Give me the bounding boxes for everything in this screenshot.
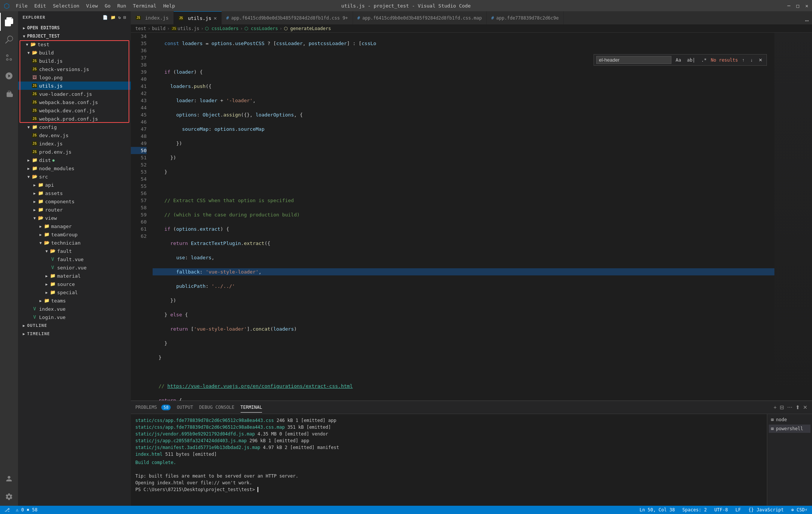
terminal-node-item[interactable]: ⊞ node <box>769 416 810 424</box>
terminal-tab-problems[interactable]: PROBLEMS 58 <box>135 402 171 412</box>
activity-account-icon[interactable] <box>0 470 18 488</box>
find-regex-icon[interactable]: .* <box>699 56 708 64</box>
terminal-split-btn[interactable]: ⊟ <box>780 404 784 410</box>
terminal-more-btn[interactable]: ⋯ <box>787 404 792 410</box>
tree-item-vue-loader[interactable]: JS vue-loader.conf.js <box>18 90 131 98</box>
tree-item-node-modules[interactable]: ▶ 📁 node_modules <box>18 164 131 172</box>
menu-help[interactable]: Help <box>160 2 178 10</box>
tree-item-manager[interactable]: ▶ 📁 manager <box>18 222 131 230</box>
status-spaces[interactable]: Spaces: 2 <box>681 507 708 512</box>
find-next-btn[interactable]: ↓ <box>748 56 754 64</box>
tree-item-view[interactable]: ▼ 📂 view <box>18 214 131 222</box>
menu-view[interactable]: View <box>83 2 101 10</box>
maximize-icon[interactable]: □ <box>796 3 799 9</box>
terminal-close-btn[interactable]: ✕ <box>803 404 807 410</box>
tree-item-router[interactable]: ▶ 📁 router <box>18 206 131 214</box>
status-language[interactable]: {} JavaScript <box>747 507 785 512</box>
status-encoding[interactable]: UTF-8 <box>713 507 729 512</box>
editor-code[interactable]: const loaders = options.usePostCSS ? [cs… <box>150 33 774 401</box>
activity-explorer-icon[interactable] <box>0 13 18 31</box>
more-tabs-icon[interactable]: ⋯ <box>802 17 812 24</box>
collapse-icon[interactable]: ⊟ <box>123 15 126 20</box>
tree-item-src[interactable]: ▼ 📂 src <box>18 172 131 181</box>
find-word-icon[interactable]: ab| <box>685 56 697 64</box>
activity-debug-icon[interactable] <box>0 67 18 85</box>
tree-item-index-js[interactable]: JS index.js <box>18 139 131 148</box>
project-test-section[interactable]: ▼ PROJECT_TEST <box>18 32 131 40</box>
tree-item-utils-js[interactable]: JS utils.js <box>18 82 131 90</box>
new-folder-icon[interactable]: 📁 <box>111 15 116 20</box>
tab-app-css-map[interactable]: # app.f6415cd9b0e0d3b485f9284d2d8fb1fd.c… <box>353 11 487 24</box>
find-case-icon[interactable]: Aa <box>674 56 683 64</box>
tree-item-webpack-dev[interactable]: JS webpack.dev.conf.js <box>18 106 131 115</box>
tree-item-login-vue[interactable]: V Login.vue <box>18 313 131 321</box>
breadcrumb-item-test[interactable]: test <box>135 26 146 31</box>
tree-item-material[interactable]: ▶ 📁 material <box>18 272 131 280</box>
status-errors[interactable]: ⚠ 0 ✖ 58 <box>14 507 39 512</box>
breadcrumb-item-cssloaders1[interactable]: ⬡ cssLoaders <box>205 26 238 31</box>
tree-item-build-js[interactable]: JS build.js <box>18 57 131 65</box>
terminal-content[interactable]: static/css/app.fde778839d78c2d6c96512c98… <box>131 414 767 506</box>
terminal-powershell-item[interactable]: ⊞ powershell <box>769 425 810 433</box>
outline-section-header[interactable]: ▶ OUTLINE <box>18 321 131 330</box>
terminal-new-btn[interactable]: + <box>774 404 777 410</box>
tree-item-teams[interactable]: ▶ 📁 teams <box>18 296 131 305</box>
menu-edit[interactable]: Edit <box>31 2 49 10</box>
tab-utils-js[interactable]: JS utils.js ✕ <box>174 11 222 24</box>
breadcrumb-item-cssloaders2[interactable]: ⬡ cssLoaders <box>244 26 278 31</box>
tree-item-fault[interactable]: ▼ 📂 fault <box>18 247 131 255</box>
close-icon[interactable]: ✕ <box>805 3 808 9</box>
activity-extensions-icon[interactable] <box>0 85 18 103</box>
find-close-btn[interactable]: ✕ <box>757 56 764 64</box>
minimize-icon[interactable]: ─ <box>788 3 791 9</box>
tree-item-source[interactable]: ▶ 📁 source <box>18 280 131 288</box>
status-feedback[interactable]: ⊕ CSD⚡ <box>790 507 809 512</box>
status-eol[interactable]: LF <box>734 507 742 512</box>
refresh-icon[interactable]: ↻ <box>118 15 121 20</box>
tree-item-fault-vue[interactable]: V fault.vue <box>18 255 131 263</box>
tree-item-webpack-base[interactable]: JS webpack.base.conf.js <box>18 98 131 106</box>
terminal-tab-output[interactable]: OUTPUT <box>177 402 193 412</box>
tab-app-fde[interactable]: # app.fde778839d78c2d6c9e <box>487 11 564 24</box>
tree-item-special[interactable]: ▶ 📁 special <box>18 288 131 296</box>
timeline-section-header[interactable]: ▶ TIMELINE <box>18 330 131 338</box>
tree-item-teamgroup[interactable]: ▶ 📁 teamGroup <box>18 230 131 239</box>
status-position[interactable]: Ln 50, Col 38 <box>638 507 676 512</box>
tree-item-senior-vue[interactable]: V senior.vue <box>18 263 131 272</box>
menu-terminal[interactable]: Terminal <box>130 2 160 10</box>
tree-item-dev-env[interactable]: JS dev.env.js <box>18 131 131 139</box>
open-editors-section[interactable]: ▶ OPEN EDITORS <box>18 24 131 32</box>
tree-item-build[interactable]: ▼ 📂 build <box>18 48 131 57</box>
tree-item-technician[interactable]: ▼ 📂 technician <box>18 239 131 247</box>
menu-file[interactable]: File <box>13 2 30 10</box>
menu-run[interactable]: Run <box>114 2 129 10</box>
tree-item-assets[interactable]: ▶ 📁 assets <box>18 189 131 197</box>
tree-item-components[interactable]: ▶ 📁 components <box>18 197 131 206</box>
terminal-maximize-btn[interactable]: ⬆ <box>795 404 800 410</box>
tree-item-config[interactable]: ▼ 📁 config <box>18 123 131 131</box>
find-input[interactable] <box>596 56 671 64</box>
breadcrumb-item-build[interactable]: build <box>152 26 165 31</box>
tree-item-logo[interactable]: 🖼 logo.png <box>18 73 131 82</box>
menu-go[interactable]: Go <box>102 2 114 10</box>
activity-settings-icon[interactable] <box>0 488 18 506</box>
new-file-icon[interactable]: 📄 <box>103 15 108 20</box>
tree-item-dist[interactable]: ▶ 📁 dist ● <box>18 156 131 164</box>
activity-git-icon[interactable] <box>0 49 18 67</box>
status-git-icon[interactable]: ⎇ <box>3 507 11 512</box>
tree-item-prod-env[interactable]: JS prod.env.js <box>18 148 131 156</box>
breadcrumb-item-generateloaders[interactable]: ⬡ generateLoaders <box>284 26 331 31</box>
tree-item-test[interactable]: ▼ 📂 test <box>18 40 131 48</box>
menu-selection[interactable]: Selection <box>50 2 82 10</box>
tree-item-webpack-prod[interactable]: JS webpack.prod.conf.js <box>18 115 131 123</box>
tree-item-index-vue[interactable]: V index.vue <box>18 305 131 313</box>
tab-index-js[interactable]: JS index.js <box>131 11 174 24</box>
tab-app-css-9[interactable]: # app.f6415cd9b0e0d3b485f9284d2d8fb1fd.c… <box>222 11 353 24</box>
find-prev-btn[interactable]: ↑ <box>740 56 746 64</box>
activity-search-icon[interactable] <box>0 31 18 49</box>
breadcrumb-item-utils[interactable]: JS utils.js <box>171 26 200 31</box>
tree-item-api[interactable]: ▶ 📁 api <box>18 181 131 189</box>
tab-utils-js-close[interactable]: ✕ <box>214 15 217 21</box>
terminal-tab-debug[interactable]: DEBUG CONSOLE <box>199 402 235 412</box>
tree-item-check-versions[interactable]: JS check-versions.js <box>18 65 131 73</box>
